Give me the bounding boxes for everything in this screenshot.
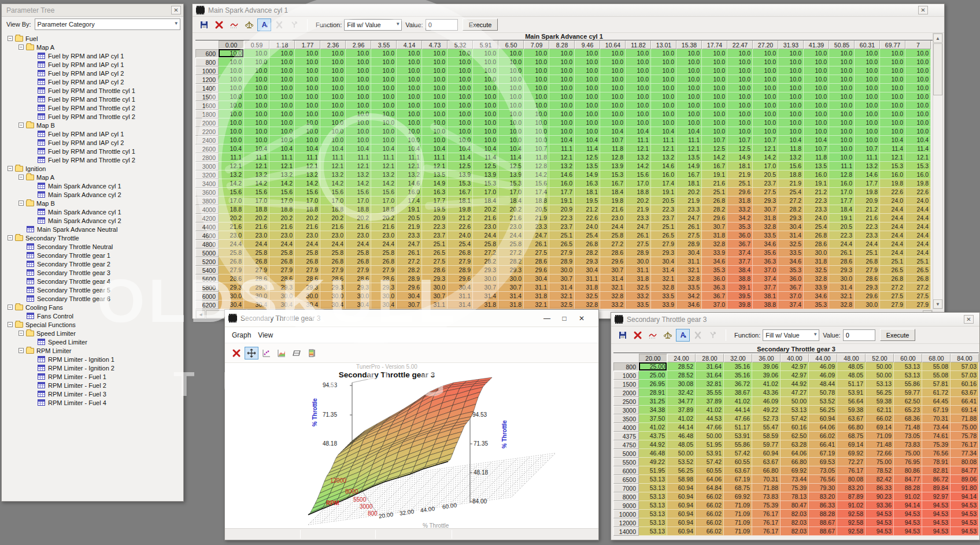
table-cell[interactable]: 66.02 bbox=[696, 518, 724, 527]
table-cell[interactable]: 22.3 bbox=[829, 231, 855, 240]
table-cell[interactable]: 10.0 bbox=[524, 127, 549, 136]
surface-icon[interactable] bbox=[275, 347, 289, 359]
table-cell[interactable]: 10.0 bbox=[600, 58, 626, 66]
table-cell[interactable]: 11.1 bbox=[855, 153, 880, 162]
table-cell[interactable]: 63.67 bbox=[837, 414, 866, 423]
table-cell[interactable]: 10.0 bbox=[346, 136, 371, 144]
col-header[interactable]: 17.74 bbox=[702, 40, 727, 49]
table-cell[interactable]: 10.0 bbox=[269, 136, 295, 144]
table-cell[interactable]: 30.4 bbox=[676, 249, 702, 257]
table-cell[interactable]: 11.8 bbox=[778, 144, 804, 153]
table-cell[interactable]: 10.0 bbox=[880, 101, 905, 110]
table-cell[interactable]: 31.8 bbox=[626, 275, 651, 283]
table-cell[interactable]: 10.0 bbox=[473, 118, 498, 127]
table-cell[interactable]: 10.0 bbox=[855, 58, 880, 66]
table-cell[interactable]: 26.8 bbox=[702, 197, 727, 205]
row-header[interactable]: 14000 bbox=[613, 527, 639, 536]
table-cell[interactable]: 10.4 bbox=[320, 144, 346, 153]
tree-item-secondary-throttle-gear-2[interactable]: Secondary Throttle gear 2 bbox=[2, 259, 183, 268]
table-cell[interactable]: 35.16 bbox=[724, 362, 752, 371]
table-cell[interactable]: 17.0 bbox=[269, 197, 295, 205]
tree-item-secondary-throttle-gear-6[interactable]: Secondary Throttle gear 6 bbox=[2, 294, 183, 303]
table-cell[interactable]: 30.4 bbox=[651, 257, 676, 266]
table-cell[interactable]: 10.0 bbox=[829, 110, 855, 118]
table-cell[interactable]: 10.0 bbox=[804, 58, 829, 66]
table-cell[interactable]: 10.0 bbox=[219, 75, 244, 84]
table-cell[interactable]: 12.8 bbox=[524, 162, 549, 170]
table-cell[interactable]: 32.42 bbox=[667, 388, 696, 397]
table-cell[interactable]: 56.25 bbox=[866, 388, 894, 397]
table-cell[interactable]: 23.7 bbox=[549, 223, 575, 231]
scatter-icon[interactable] bbox=[260, 347, 273, 359]
table-cell[interactable]: 10.0 bbox=[397, 75, 422, 84]
table-cell[interactable]: 10.0 bbox=[320, 118, 346, 127]
table-cell[interactable]: 13.9 bbox=[498, 170, 524, 179]
col-header[interactable]: 4.14 bbox=[397, 40, 422, 49]
row-header[interactable]: 1600 bbox=[195, 101, 219, 110]
table-cell[interactable]: 10.0 bbox=[422, 127, 448, 136]
row-header[interactable]: 3000 bbox=[195, 162, 219, 170]
table-cell[interactable]: 10.4 bbox=[371, 144, 397, 153]
table-cell[interactable]: 30.7 bbox=[753, 205, 778, 214]
table-cell[interactable]: 10.0 bbox=[346, 58, 371, 66]
table-cell[interactable]: 18.1 bbox=[727, 162, 753, 170]
table-cell[interactable]: 10.0 bbox=[855, 92, 880, 101]
scroll-up-icon[interactable]: ▲ bbox=[933, 34, 942, 43]
table-cell[interactable]: 29.3 bbox=[575, 257, 600, 266]
tree-item-secondary-throttle-neutral[interactable]: Secondary Throttle Neutral bbox=[2, 242, 183, 251]
table-cell[interactable]: 37.4 bbox=[727, 249, 753, 257]
table-cell[interactable]: 57.03 bbox=[951, 371, 979, 380]
table-cell[interactable]: 29.3 bbox=[422, 275, 448, 283]
table-cell[interactable]: 11.4 bbox=[498, 153, 524, 162]
shear-icon[interactable] bbox=[290, 347, 304, 359]
table-cell[interactable]: 24.0 bbox=[804, 214, 829, 223]
table-cell[interactable]: 10.0 bbox=[498, 66, 524, 75]
table-cell[interactable]: 55.86 bbox=[724, 440, 752, 449]
table-cell[interactable]: 48.05 bbox=[837, 362, 866, 371]
table-cell[interactable]: 10.0 bbox=[829, 136, 855, 144]
table-cell[interactable]: 12.1 bbox=[549, 153, 575, 162]
table-cell[interactable]: 13.9 bbox=[473, 170, 498, 179]
table-cell[interactable]: 11.1 bbox=[346, 153, 371, 162]
tree-item-rpm-limiter-ignition-2[interactable]: RPM Limiter - Ignition 2 bbox=[2, 364, 183, 372]
table-cell[interactable]: 10.0 bbox=[600, 110, 626, 118]
table-cell[interactable]: 55.47 bbox=[752, 423, 781, 432]
table-cell[interactable]: 27.9 bbox=[371, 266, 397, 275]
table-cell[interactable]: 50.00 bbox=[866, 362, 894, 371]
table-cell[interactable]: 62.11 bbox=[866, 406, 894, 414]
table-cell[interactable]: 13.9 bbox=[448, 170, 473, 179]
table-cell[interactable]: 10.0 bbox=[219, 84, 244, 92]
table-cell[interactable]: 12.1 bbox=[676, 144, 702, 153]
table-cell[interactable]: 60.94 bbox=[667, 527, 696, 536]
table-cell[interactable]: 20.9 bbox=[422, 214, 448, 223]
table-cell[interactable]: 10.0 bbox=[371, 49, 397, 58]
table-cell[interactable]: 30.0 bbox=[829, 275, 855, 283]
table-cell[interactable]: 55.08 bbox=[922, 371, 951, 380]
table-cell[interactable]: 10.0 bbox=[498, 58, 524, 66]
table-cell[interactable]: 76.56 bbox=[809, 475, 837, 484]
table-cell[interactable]: 23.3 bbox=[676, 205, 702, 214]
row-header[interactable]: 800 bbox=[613, 362, 639, 371]
table-cell[interactable]: 10.0 bbox=[778, 92, 804, 101]
table-cell[interactable]: 28.9 bbox=[676, 240, 702, 249]
table-cell[interactable]: 10.0 bbox=[549, 49, 575, 58]
table-cell[interactable]: 22.3 bbox=[855, 223, 880, 231]
table-cell[interactable]: 32.8 bbox=[600, 292, 626, 301]
table-cell[interactable]: 62.50 bbox=[781, 432, 809, 440]
table-cell[interactable]: 88.28 bbox=[809, 510, 837, 518]
table-cell[interactable]: 13.5 bbox=[676, 153, 702, 162]
table-cell[interactable]: 10.0 bbox=[448, 127, 473, 136]
table-cell[interactable]: 25.1 bbox=[549, 231, 575, 240]
table-cell[interactable]: 15.6 bbox=[269, 188, 295, 197]
table-cell[interactable]: 34.38 bbox=[639, 406, 667, 414]
table-cell[interactable]: 19.1 bbox=[397, 205, 422, 214]
table-cell[interactable]: 10.0 bbox=[855, 136, 880, 144]
table-cell[interactable]: 15.3 bbox=[498, 179, 524, 188]
col-header[interactable]: 68.00 bbox=[922, 354, 951, 362]
table-cell[interactable]: 13.2 bbox=[346, 170, 371, 179]
row-header[interactable]: 3000 bbox=[613, 406, 639, 414]
table-cell[interactable]: 10.0 bbox=[804, 110, 829, 118]
table-cell[interactable]: 10.0 bbox=[829, 153, 855, 162]
table-cell[interactable]: 69.92 bbox=[781, 466, 809, 475]
tree-item-fuel-by-rpm-and-iap-cyl-2[interactable]: Fuel by RPM and IAP cyl 2 bbox=[2, 69, 183, 77]
